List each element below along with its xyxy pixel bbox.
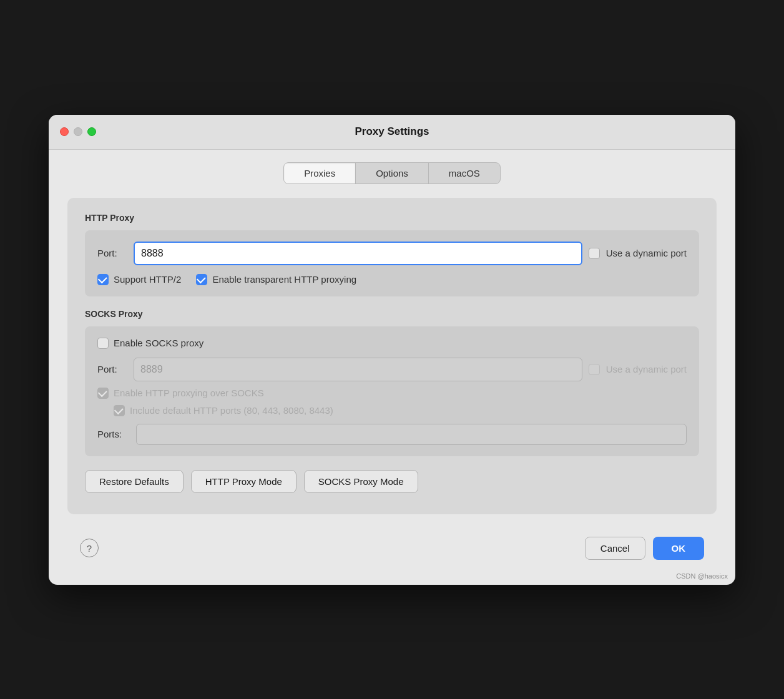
support-http2-checkbox[interactable] (97, 274, 109, 285)
socks-ports-input[interactable] (136, 424, 687, 445)
enable-transparent-checkbox[interactable] (196, 274, 207, 285)
enable-socks-row: Enable SOCKS proxy (97, 338, 687, 349)
enable-socks-label: Enable SOCKS proxy (114, 338, 203, 348)
watermark: CSDN @haosicx (676, 572, 728, 580)
proxy-settings-window: Proxy Settings Proxies Options macOS HTT… (49, 115, 735, 585)
socks-options: Enable HTTP proxying over SOCKS Include … (97, 388, 687, 416)
maximize-button[interactable] (87, 127, 96, 136)
traffic-lights (60, 127, 96, 136)
enable-http-over-socks-checkbox[interactable] (97, 388, 109, 399)
http-support-http2-row: Support HTTP/2 (97, 274, 181, 285)
restore-defaults-button[interactable]: Restore Defaults (85, 470, 184, 493)
ok-button[interactable]: OK (653, 537, 705, 560)
socks-dynamic-port-label: Use a dynamic port (606, 364, 687, 374)
footer: ? Cancel OK (67, 528, 717, 566)
socks-port-input[interactable] (134, 358, 582, 381)
include-default-ports-checkbox[interactable] (114, 405, 125, 416)
enable-http-over-socks-row: Enable HTTP proxying over SOCKS (97, 388, 687, 399)
enable-http-over-socks-label: Enable HTTP proxying over SOCKS (114, 388, 264, 398)
http-checkbox-options: Support HTTP/2 Enable transparent HTTP p… (97, 274, 687, 285)
http-port-row: Port: Use a dynamic port (97, 242, 687, 265)
enable-socks-checkbox[interactable] (97, 338, 109, 349)
http-proxy-mode-button[interactable]: HTTP Proxy Mode (191, 470, 296, 493)
http-enable-transparent-row: Enable transparent HTTP proxying (196, 274, 356, 285)
help-icon: ? (87, 543, 92, 554)
minimize-button[interactable] (74, 127, 82, 136)
window-body: Proxies Options macOS HTTP Proxy Port: U… (49, 150, 735, 585)
socks-ports-label: Ports: (97, 429, 130, 439)
socks-dynamic-port-checkbox[interactable] (589, 364, 600, 375)
http-port-label: Port: (97, 248, 127, 258)
http-dynamic-port-label: Use a dynamic port (606, 248, 687, 258)
tabs: Proxies Options macOS (283, 162, 501, 184)
socks-proxy-section-label: SOCKS Proxy (85, 309, 699, 319)
support-http2-label: Support HTTP/2 (114, 274, 181, 285)
tab-macos[interactable]: macOS (429, 163, 500, 183)
http-port-input[interactable] (134, 242, 582, 265)
include-default-ports-label: Include default HTTP ports (80, 443, 808… (130, 405, 333, 416)
http-proxy-section-label: HTTP Proxy (85, 213, 699, 223)
content-panel: HTTP Proxy Port: Use a dynamic port Supp… (67, 198, 717, 514)
http-proxy-panel: Port: Use a dynamic port Support HTTP/2 … (85, 230, 699, 296)
help-button[interactable]: ? (80, 539, 99, 557)
bottom-buttons: Restore Defaults HTTP Proxy Mode SOCKS P… (85, 470, 699, 493)
window-title: Proxy Settings (355, 125, 429, 138)
socks-proxy-mode-button[interactable]: SOCKS Proxy Mode (304, 470, 418, 493)
tab-proxies[interactable]: Proxies (284, 163, 356, 183)
tab-options[interactable]: Options (356, 163, 429, 183)
socks-proxy-panel: Enable SOCKS proxy Port: Use a dynamic p… (85, 326, 699, 456)
socks-port-label: Port: (97, 364, 127, 374)
tabs-container: Proxies Options macOS (67, 162, 717, 184)
cancel-button[interactable]: Cancel (585, 537, 645, 560)
footer-actions: Cancel OK (585, 537, 704, 560)
enable-transparent-label: Enable transparent HTTP proxying (212, 274, 356, 285)
socks-ports-row: Ports: (97, 424, 687, 445)
socks-port-row: Port: Use a dynamic port (97, 358, 687, 381)
close-button[interactable] (60, 127, 69, 136)
http-dynamic-port-checkbox[interactable] (589, 248, 600, 259)
include-default-ports-row: Include default HTTP ports (80, 443, 808… (114, 405, 687, 416)
titlebar: Proxy Settings (49, 115, 735, 150)
